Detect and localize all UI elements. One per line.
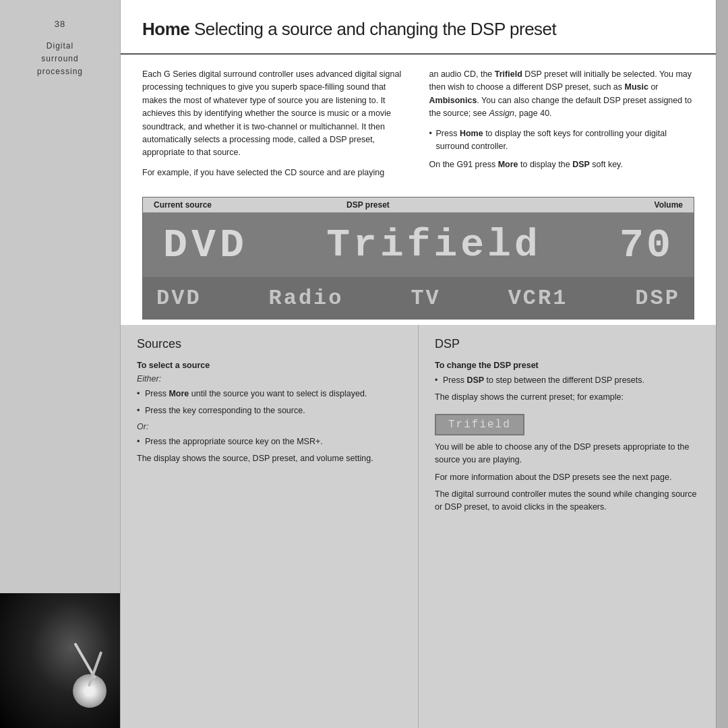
body-col-left: Each G Series digital surround controlle… — [142, 68, 408, 186]
lcd-soft-dvd: DVD — [156, 286, 202, 311]
main-content: Home Selecting a source and changing the… — [120, 0, 716, 728]
sources-para-1: The display shows the source, DSP preset… — [137, 452, 402, 465]
sources-bullet-2: Press the key corresponding to the sourc… — [137, 404, 402, 417]
dsp-title: DSP — [435, 337, 700, 351]
lcd-soft-dsp: DSP — [635, 286, 680, 311]
lcd-soft-radio: Radio — [268, 286, 343, 311]
label-current-source: Current source — [154, 200, 212, 210]
lcd-volume-display: 70 — [619, 222, 673, 268]
title-bold: Home — [142, 19, 189, 39]
trifield-display: Trifield — [435, 414, 524, 435]
body-bullet-1: Press Home to display the soft keys for … — [429, 127, 695, 154]
label-volume: Volume — [655, 200, 683, 210]
sources-heading: To select a source — [137, 361, 402, 370]
bottom-section: Sources To select a source Either: Press… — [121, 325, 716, 728]
sources-either: Either: — [137, 374, 402, 384]
lcd-soft-vcr1: VCR1 — [508, 286, 568, 311]
dsp-heading: To change the DSP preset — [435, 361, 700, 370]
sources-column: Sources To select a source Either: Press… — [121, 325, 419, 728]
dsp-para-2: You will be able to choose any of the DS… — [435, 441, 700, 467]
dsp-para-1: The display shows the current preset; fo… — [435, 391, 700, 404]
sources-bullet-3: Press the appropriate source key on the … — [137, 435, 402, 448]
sources-bullet-1: Press More until the source you want to … — [137, 388, 402, 400]
sources-title: Sources — [137, 337, 402, 351]
page-number: 38 — [55, 19, 65, 29]
body-para-3: an audio CD, the Trifield DSP preset wil… — [429, 68, 695, 121]
right-border — [716, 0, 728, 728]
dsp-para-3: For more information about the DSP prese… — [435, 471, 700, 484]
label-dsp-preset: DSP preset — [346, 200, 390, 210]
body-para-4: On the G91 press More to display the DSP… — [429, 158, 695, 171]
sidebar-title: Digital surround processing — [37, 40, 83, 79]
body-col-right: an audio CD, the Trifield DSP preset wil… — [429, 68, 695, 186]
page-header: Home Selecting a source and changing the… — [121, 0, 716, 55]
body-para-1: Each G Series digital surround controlle… — [142, 68, 408, 160]
display-labels: Current source DSP preset Volume — [143, 198, 694, 213]
dsp-bullet-1: Press DSP to step between the different … — [435, 374, 700, 387]
lcd-preset-display: Trifield — [326, 223, 541, 267]
lcd-main-display: DVD Trifield 70 — [143, 213, 694, 277]
lcd-source-display: DVD — [163, 222, 248, 268]
dsp-column: DSP To change the DSP preset Press DSP t… — [419, 325, 716, 728]
title-rest: Selecting a source and changing the DSP … — [189, 19, 556, 39]
dsp-para-4: The digital surround controller mutes th… — [435, 488, 700, 514]
body-text: Each G Series digital surround controlle… — [121, 55, 716, 197]
lcd-soft-tv: TV — [411, 286, 440, 311]
sources-or: Or: — [137, 422, 402, 431]
page-title: Home Selecting a source and changing the… — [142, 19, 694, 40]
sidebar: 38 Digital surround processing — [0, 0, 120, 728]
display-panel: Current source DSP preset Volume DVD Tri… — [142, 197, 694, 320]
sidebar-image — [0, 593, 120, 728]
lcd-soft-display: DVD Radio TV VCR1 DSP — [143, 277, 694, 319]
body-para-2: For example, if you have selected the CD… — [142, 166, 408, 179]
